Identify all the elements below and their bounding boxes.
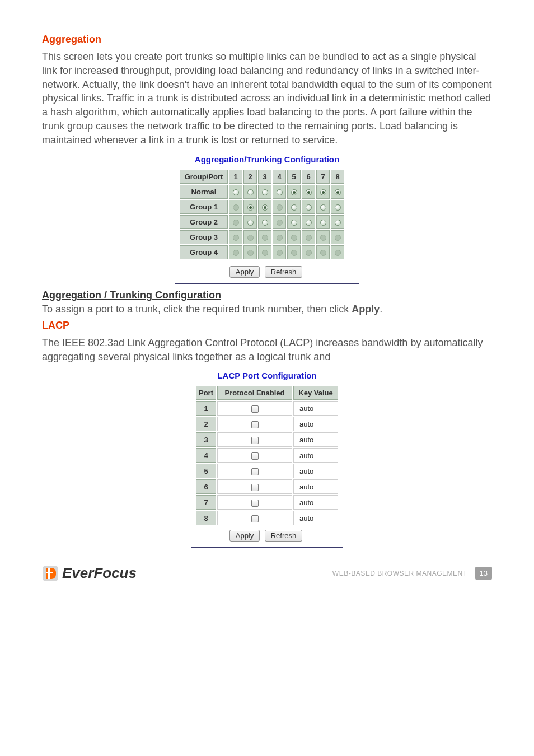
lacp-protocol-cell[interactable] <box>217 401 292 416</box>
agg-radio-cell <box>229 215 242 229</box>
agg-port-header: 3 <box>258 170 271 184</box>
agg-port-header: 5 <box>287 170 301 184</box>
lacp-port-header: Port <box>196 386 216 400</box>
radio-icon[interactable] <box>335 204 341 211</box>
radio-icon[interactable] <box>306 204 312 211</box>
radio-icon[interactable] <box>277 189 283 195</box>
lacp-port-number: 2 <box>196 417 216 431</box>
agg-row-label: Normal <box>180 185 228 199</box>
radio-icon[interactable] <box>320 220 326 226</box>
checkbox-icon[interactable] <box>251 500 259 507</box>
agg-radio-cell[interactable] <box>316 215 330 229</box>
checkbox-icon[interactable] <box>251 405 259 413</box>
refresh-button[interactable]: Refresh <box>265 266 303 278</box>
lacp-key-value: auto <box>293 464 338 478</box>
radio-icon[interactable] <box>247 220 254 226</box>
lacp-protocol-cell[interactable] <box>217 432 292 447</box>
agg-radio-cell[interactable] <box>331 200 344 214</box>
radio-icon[interactable] <box>247 204 254 211</box>
agg-port-header: 7 <box>316 170 330 184</box>
checkbox-icon[interactable] <box>251 468 259 475</box>
radio-icon[interactable] <box>262 189 268 195</box>
agg-radio-cell <box>229 200 242 214</box>
agg-radio-cell[interactable] <box>316 185 330 199</box>
radio-icon[interactable] <box>291 204 297 211</box>
agg-radio-cell <box>316 245 330 259</box>
radio-icon[interactable] <box>320 204 326 211</box>
radio-icon <box>247 250 254 256</box>
lacp-protocol-cell[interactable] <box>217 495 292 510</box>
agg-radio-cell[interactable] <box>287 185 301 199</box>
radio-icon <box>320 235 326 241</box>
agg-row-label: Group 3 <box>180 230 228 244</box>
brand-focus: Focus <box>93 564 137 581</box>
agg-radio-cell[interactable] <box>243 185 257 199</box>
agg-radio-cell[interactable] <box>302 200 315 214</box>
lacp-port-number: 7 <box>196 495 216 510</box>
lacp-protocol-cell[interactable] <box>217 511 292 525</box>
radio-icon[interactable] <box>233 189 239 195</box>
radio-icon <box>277 250 283 256</box>
apply-button[interactable]: Apply <box>229 530 260 542</box>
lacp-port-number: 1 <box>196 401 216 416</box>
svg-rect-2 <box>46 572 53 573</box>
radio-icon <box>233 220 239 226</box>
apply-button[interactable]: Apply <box>229 266 260 278</box>
agg-radio-cell[interactable] <box>229 185 242 199</box>
agg-radio-cell[interactable] <box>243 200 257 214</box>
radio-icon <box>277 220 283 226</box>
radio-icon[interactable] <box>262 204 268 211</box>
agg-radio-cell <box>273 200 286 214</box>
agg-radio-cell[interactable] <box>316 200 330 214</box>
lacp-protocol-cell[interactable] <box>217 448 292 463</box>
agg-radio-cell <box>302 230 315 244</box>
aggregation-instruction: To assign a port to a trunk, click the r… <box>42 304 492 315</box>
agg-radio-cell <box>287 245 301 259</box>
checkbox-icon[interactable] <box>251 452 259 460</box>
lacp-port-number: 3 <box>196 432 216 447</box>
lacp-protocol-cell[interactable] <box>217 479 292 494</box>
lacp-heading: LACP <box>42 320 492 332</box>
refresh-button[interactable]: Refresh <box>265 530 303 542</box>
radio-icon <box>233 250 239 256</box>
agg-radio-cell <box>229 230 242 244</box>
agg-radio-cell[interactable] <box>243 215 257 229</box>
footer-right: WEB-BASED BROWSER MANAGEMENT 13 <box>332 567 492 580</box>
agg-radio-cell[interactable] <box>302 185 315 199</box>
agg-radio-cell[interactable] <box>287 200 301 214</box>
agg-radio-cell[interactable] <box>258 185 271 199</box>
agg-radio-cell[interactable] <box>258 215 271 229</box>
checkbox-icon[interactable] <box>251 515 259 522</box>
radio-icon[interactable] <box>335 220 341 226</box>
agg-radio-cell[interactable] <box>273 185 286 199</box>
agg-radio-cell <box>243 245 257 259</box>
radio-icon[interactable] <box>291 189 297 195</box>
agg-radio-cell <box>273 230 286 244</box>
lacp-key-value: auto <box>293 432 338 447</box>
agg-radio-cell <box>331 245 344 259</box>
lacp-port-number: 5 <box>196 464 216 478</box>
agg-radio-cell[interactable] <box>302 215 315 229</box>
radio-icon[interactable] <box>247 189 254 195</box>
agg-radio-cell[interactable] <box>287 215 301 229</box>
radio-icon[interactable] <box>262 220 268 226</box>
checkbox-icon[interactable] <box>251 437 259 444</box>
checkbox-icon[interactable] <box>251 484 259 491</box>
agg-radio-cell[interactable] <box>331 215 344 229</box>
radio-icon <box>233 204 239 211</box>
radio-icon[interactable] <box>291 220 297 226</box>
agg-radio-cell[interactable] <box>331 185 344 199</box>
agg-radio-cell <box>273 245 286 259</box>
lacp-protocol-cell[interactable] <box>217 464 292 478</box>
agg-radio-cell[interactable] <box>258 200 271 214</box>
agg-radio-cell <box>331 230 344 244</box>
radio-icon[interactable] <box>306 220 312 226</box>
radio-icon[interactable] <box>306 189 312 195</box>
radio-icon[interactable] <box>320 189 326 195</box>
aggregation-subheading: Aggregation / Trunking Configuration <box>42 290 492 301</box>
radio-icon[interactable] <box>335 189 341 195</box>
checkbox-icon[interactable] <box>251 421 259 428</box>
agg-radio-cell <box>243 230 257 244</box>
aggregation-heading: Aggregation <box>42 34 492 45</box>
lacp-protocol-cell[interactable] <box>217 417 292 431</box>
